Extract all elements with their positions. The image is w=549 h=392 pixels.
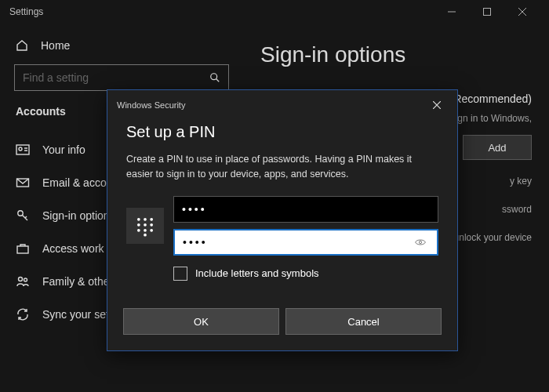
pin-setup-dialog: Windows Security Set up a PIN Create a P… [107,89,458,351]
svg-point-13 [144,223,147,226]
keypad-icon [126,208,164,244]
svg-point-11 [150,217,153,220]
svg-point-9 [137,217,140,220]
svg-point-17 [150,228,153,231]
pin-inputs: •••• •••• [173,196,438,256]
reveal-password-button[interactable] [412,234,429,251]
close-icon [433,101,441,109]
svg-point-19 [419,241,421,243]
svg-point-16 [144,228,147,231]
svg-point-14 [150,223,153,226]
include-symbols-row[interactable]: Include letters and symbols [173,267,438,281]
pin-row: •••• •••• [126,196,438,256]
modal-heading: Set up a PIN [126,123,438,141]
new-pin-input[interactable]: •••• [173,196,438,223]
modal-close-button[interactable] [426,96,448,114]
confirm-value: •••• [183,236,412,249]
modal-actions: OK Cancel [107,308,457,350]
svg-point-15 [137,228,140,231]
confirm-pin-input[interactable]: •••• [173,229,438,256]
modal-title: Windows Security [117,100,185,110]
svg-point-10 [144,217,147,220]
modal-header: Windows Security [107,90,457,120]
modal-body: Set up a PIN Create a PIN to use in plac… [107,120,457,308]
include-symbols-label: Include letters and symbols [195,267,319,279]
svg-point-12 [137,223,140,226]
cancel-button[interactable]: Cancel [285,308,442,335]
eye-icon [414,236,427,249]
modal-description: Create a PIN to use in place of password… [126,152,438,182]
ok-button[interactable]: OK [123,308,279,335]
include-symbols-checkbox[interactable] [173,267,187,281]
svg-point-18 [144,233,147,236]
pin-value: •••• [182,203,430,216]
